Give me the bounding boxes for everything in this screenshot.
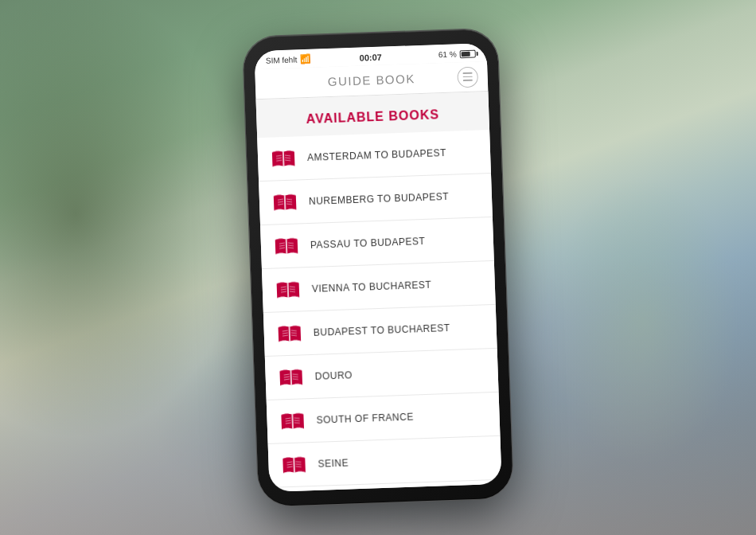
app-content: AVAILABLE BOOKS AMS xyxy=(256,92,502,492)
book-list-item[interactable]: NUREMBERG TO BUDAPEST xyxy=(259,174,493,225)
menu-icon xyxy=(463,72,473,81)
book-label: VIENNA TO BUCHAREST xyxy=(312,279,432,295)
book-label: BUDAPEST TO BUCHAREST xyxy=(314,322,450,338)
book-icon xyxy=(272,190,298,213)
book-list-item[interactable]: DOURO xyxy=(265,349,499,400)
battery-percent-text: 61 % xyxy=(438,49,457,59)
book-icon xyxy=(281,453,307,476)
book-label: NUREMBERG TO BUDAPEST xyxy=(309,191,449,207)
carrier-text: SIM fehlt xyxy=(266,55,298,64)
menu-line-2 xyxy=(463,76,473,77)
menu-line-3 xyxy=(463,80,473,81)
book-list-item[interactable]: AMSTERDAM TO BUDAPEST xyxy=(257,130,491,182)
book-label: PASSAU TO BUDAPEST xyxy=(310,236,426,251)
book-icon xyxy=(271,147,297,170)
phone-shell: SIM fehlt 📶 00:07 61 % GUIDE BOOK xyxy=(243,29,513,507)
app-title: GUIDE BOOK xyxy=(328,72,416,88)
phone-screen: SIM fehlt 📶 00:07 61 % GUIDE BOOK xyxy=(254,43,501,492)
phone-device: SIM fehlt 📶 00:07 61 % GUIDE BOOK xyxy=(243,29,513,507)
status-time: 00:07 xyxy=(359,52,382,62)
book-list-item[interactable]: VIENNA TO BUCHAREST xyxy=(262,261,496,313)
book-list-item[interactable]: SOUTH OF FRANCE xyxy=(267,392,501,444)
book-list: AMSTERDAM TO BUDAPEST NUREMBERG TO BUDAP… xyxy=(257,130,501,492)
book-label: SEINE xyxy=(318,457,349,469)
status-battery: 61 % xyxy=(438,49,476,60)
book-icon xyxy=(275,278,301,301)
status-carrier: SIM fehlt 📶 xyxy=(266,54,312,66)
book-icon xyxy=(274,234,300,257)
book-list-item[interactable]: BUDAPEST TO BUCHAREST xyxy=(263,305,497,357)
section-title: AVAILABLE BOOKS xyxy=(306,107,439,126)
book-icon xyxy=(279,409,306,432)
book-icon xyxy=(276,322,302,345)
book-label: DOURO xyxy=(314,369,353,382)
book-list-item[interactable]: PASSAU TO BUDAPEST xyxy=(260,217,494,269)
book-list-item[interactable]: SEINE xyxy=(268,436,502,488)
book-icon xyxy=(278,365,304,389)
book-label: AMSTERDAM TO BUDAPEST xyxy=(307,147,446,163)
battery-fill xyxy=(462,51,470,56)
battery-bar xyxy=(460,49,476,58)
menu-button[interactable] xyxy=(457,66,478,88)
wifi-icon: 📶 xyxy=(300,54,311,64)
menu-line-1 xyxy=(463,72,473,74)
book-label: SOUTH OF FRANCE xyxy=(316,412,414,426)
battery-icon xyxy=(460,49,476,58)
